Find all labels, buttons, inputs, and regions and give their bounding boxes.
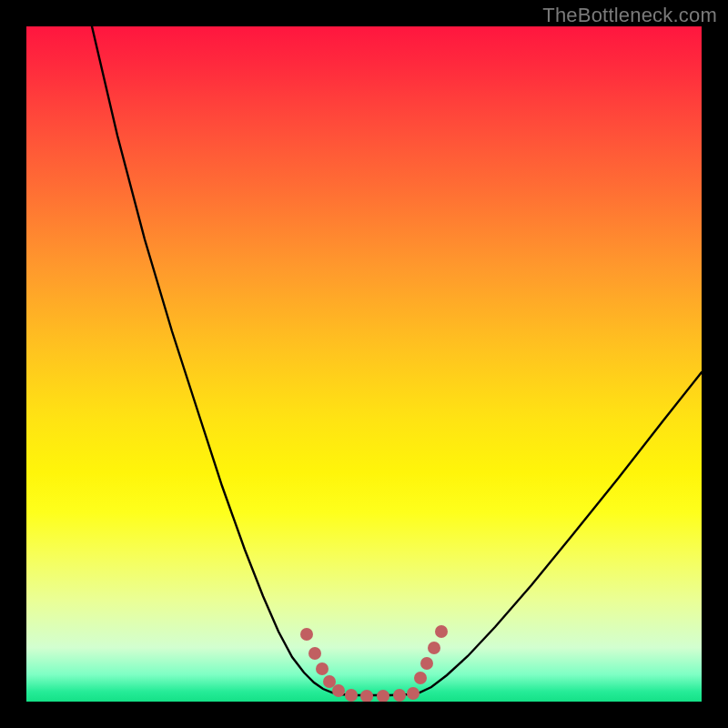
marker-dot: [428, 642, 440, 654]
curve-svg: [26, 26, 702, 702]
marker-dot: [316, 662, 329, 675]
chart-frame: TheBottleneck.com: [0, 0, 728, 728]
marker-dot: [435, 625, 448, 638]
marker-dot: [420, 657, 433, 670]
marker-dot: [308, 647, 321, 660]
marker-dot: [300, 628, 313, 641]
marker-dot: [323, 675, 336, 688]
marker-dot: [407, 687, 420, 700]
marker-dot: [414, 672, 427, 684]
bottleneck-curve: [92, 26, 702, 695]
marker-dot: [332, 684, 345, 697]
marker-dot: [345, 689, 358, 702]
marker-dot: [360, 690, 373, 702]
marker-dot: [377, 690, 389, 702]
watermark-text: TheBottleneck.com: [542, 4, 717, 27]
plot-area: [26, 26, 702, 702]
marker-dot: [393, 689, 406, 702]
